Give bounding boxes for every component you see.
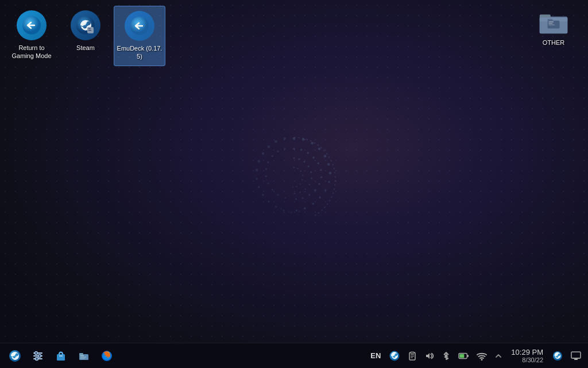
svg-point-41 (296, 186, 297, 187)
return-to-gaming-img (17, 10, 47, 40)
svg-point-46 (262, 152, 265, 155)
svg-rect-83 (548, 25, 554, 25)
svg-rect-112 (574, 359, 578, 360)
steam-label: Steam (76, 44, 95, 52)
svg-point-21 (314, 189, 316, 191)
steamos-taskbar-button[interactable] (5, 347, 25, 365)
svg-point-44 (274, 140, 277, 143)
language-label: EN (370, 351, 381, 360)
svg-rect-96 (80, 356, 86, 357)
clock-date: 8/30/22 (511, 356, 543, 363)
svg-point-56 (277, 151, 279, 153)
bluetooth-tray-icon[interactable] (440, 349, 452, 363)
emudeck-label: EmuDeck (0.17.5) (117, 44, 163, 61)
svg-point-90 (36, 357, 38, 360)
svg-point-2 (311, 142, 314, 145)
svg-point-14 (300, 149, 303, 151)
svg-point-15 (307, 152, 310, 154)
svg-rect-102 (411, 352, 414, 354)
svg-point-55 (284, 148, 286, 150)
svg-point-8 (324, 189, 327, 191)
steam-icon[interactable]: Steam (60, 6, 111, 56)
clock-time: 10:29 PM (511, 348, 543, 356)
svg-point-34 (293, 193, 295, 194)
svg-point-19 (320, 177, 323, 179)
steam-tray-icon[interactable] (387, 348, 402, 363)
svg-rect-73 (88, 30, 91, 31)
svg-point-67 (288, 211, 289, 213)
firefox-taskbar-button[interactable] (96, 347, 117, 365)
steamos-tray-small-icon[interactable] (550, 348, 565, 363)
svg-point-51 (262, 194, 264, 196)
svg-point-40 (300, 183, 301, 185)
language-indicator[interactable]: EN (368, 350, 384, 361)
taskbar: EN (0, 343, 588, 368)
emudeck-icon[interactable]: EmuDeck (0.17.5) (114, 6, 165, 66)
desktop-icons-container: Return toGaming Mode (6, 6, 165, 66)
svg-point-33 (299, 191, 301, 193)
svg-point-53 (275, 206, 277, 208)
svg-point-48 (256, 168, 258, 171)
svg-point-13 (293, 148, 295, 150)
svg-point-20 (318, 183, 320, 185)
svg-point-38 (302, 174, 304, 176)
svg-point-88 (38, 354, 41, 357)
svg-rect-94 (79, 353, 83, 355)
svg-point-64 (284, 197, 286, 199)
svg-point-35 (293, 167, 295, 168)
battery-tray-icon[interactable] (456, 349, 471, 363)
svg-point-18 (320, 169, 322, 171)
svg-point-61 (267, 182, 269, 184)
svg-point-29 (310, 171, 312, 173)
svg-point-49 (256, 178, 258, 180)
svg-point-28 (308, 166, 310, 167)
svg-point-16 (312, 156, 315, 159)
return-to-gaming-label: Return toGaming Mode (11, 44, 51, 60)
svg-point-86 (35, 351, 38, 354)
svg-rect-82 (548, 23, 552, 24)
emudeck-img (125, 11, 154, 41)
tray-expand-arrow[interactable] (493, 351, 504, 361)
other-folder-icon[interactable]: OTHER (531, 6, 577, 51)
svg-rect-107 (467, 355, 469, 357)
svg-point-25 (293, 157, 295, 159)
svg-point-109 (481, 359, 483, 361)
svg-point-26 (298, 158, 300, 160)
desktop: Return toGaming Mode (0, 0, 588, 368)
svg-point-4 (324, 155, 327, 158)
svg-point-32 (304, 189, 306, 190)
svg-point-7 (328, 181, 330, 183)
volume-tray-icon[interactable] (423, 349, 436, 363)
clipboard-tray-icon[interactable] (405, 349, 419, 363)
svg-point-22 (308, 194, 310, 195)
svg-point-6 (329, 172, 332, 175)
svg-point-12 (296, 209, 297, 211)
clock-widget[interactable]: 10:29 PM 8/30/22 (508, 347, 547, 365)
svg-point-68 (280, 208, 282, 210)
return-to-gaming-icon[interactable]: Return toGaming Mode (6, 6, 57, 65)
svg-rect-97 (80, 358, 85, 359)
other-folder-label: OTHER (543, 39, 565, 46)
svg-point-57 (271, 155, 273, 158)
svg-point-45 (268, 145, 270, 148)
svg-point-62 (272, 189, 273, 190)
store-taskbar-button[interactable] (51, 347, 71, 365)
svg-point-63 (277, 194, 278, 195)
svg-point-60 (265, 175, 268, 178)
svg-point-27 (303, 161, 305, 163)
svg-point-37 (300, 170, 301, 172)
svg-point-3 (318, 148, 321, 151)
taskbar-right: EN (368, 347, 583, 365)
svg-point-58 (267, 161, 269, 163)
svg-point-17 (318, 162, 320, 164)
files-taskbar-button[interactable] (74, 347, 94, 365)
svg-point-0 (293, 137, 296, 140)
svg-rect-72 (88, 28, 91, 29)
svg-point-23 (302, 197, 304, 199)
wifi-tray-icon[interactable] (474, 349, 489, 363)
svg-point-50 (258, 186, 260, 189)
svg-point-39 (301, 179, 303, 181)
show-desktop-button[interactable] (568, 349, 583, 363)
settings-taskbar-button[interactable] (28, 347, 48, 365)
svg-point-11 (304, 208, 306, 210)
